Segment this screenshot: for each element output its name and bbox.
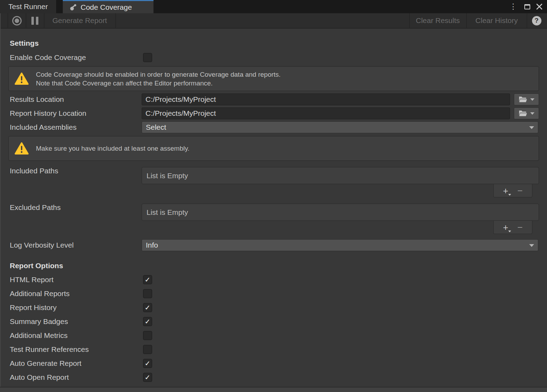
report-option-checkbox[interactable] [143, 331, 152, 340]
report-option-checkbox[interactable]: ✓ [143, 303, 152, 312]
code-coverage-icon [69, 3, 77, 12]
clear-results-button[interactable]: Clear Results [409, 13, 466, 28]
code-coverage-window: Test Runner Code Coverage ⋮ [0, 0, 547, 392]
excluded-paths-list-footer: + − [493, 221, 532, 234]
toolbar: Generate Report Clear Results Clear Hist… [0, 13, 547, 29]
report-option-checkbox[interactable] [143, 289, 152, 298]
tab-bar: Test Runner Code Coverage ⋮ [0, 0, 547, 13]
folder-open-icon [518, 110, 527, 117]
window-menu-button[interactable]: ⋮ [508, 0, 518, 13]
remove-item-button[interactable]: − [517, 223, 523, 232]
warning-text-line2: Note that Code Coverage can affect the E… [36, 79, 280, 88]
record-icon [12, 16, 22, 25]
report-history-browse-button[interactable] [514, 107, 539, 119]
folder-open-icon [518, 96, 527, 103]
report-option-label: Auto Open Report [10, 373, 69, 382]
assembly-warning-box: Make sure you have included at least one… [8, 136, 539, 161]
plus-icon: + [503, 186, 508, 196]
list-empty-text: List is Empty [147, 208, 188, 217]
tab-label: Code Coverage [81, 3, 132, 12]
report-options-header: Report Options [10, 261, 63, 271]
record-button[interactable] [8, 13, 26, 28]
kebab-menu-icon: ⋮ [509, 2, 517, 11]
remove-item-button[interactable]: − [517, 186, 523, 195]
report-option-checkbox[interactable]: ✓ [143, 359, 152, 368]
included-paths-list[interactable]: List is Empty [142, 167, 539, 184]
warning-text-line1: Code Coverage should be enabled in order… [36, 70, 280, 79]
report-option-label: Test Runner References [10, 345, 89, 354]
included-paths-label: Included Paths [10, 166, 58, 175]
maximize-icon [524, 4, 530, 9]
report-option-checkbox[interactable]: ✓ [143, 275, 152, 284]
chevron-down-icon [529, 244, 534, 247]
results-location-browse-button[interactable] [514, 93, 539, 105]
results-location-input[interactable] [142, 93, 510, 105]
report-history-location-input[interactable] [142, 107, 510, 119]
window-bottom-edge [0, 387, 547, 392]
report-option-label: Summary Badges [10, 317, 68, 326]
warning-icon [14, 142, 29, 155]
window-left-edge [0, 13, 1, 392]
excluded-paths-label: Excluded Paths [10, 203, 61, 212]
close-icon [536, 3, 543, 10]
clear-history-button[interactable]: Clear History [466, 13, 527, 28]
add-dropdown-caret [508, 231, 511, 232]
pause-button[interactable] [26, 13, 44, 28]
report-option-checkbox[interactable]: ✓ [143, 373, 152, 382]
report-option-label: HTML Report [10, 275, 53, 284]
warning-icon [14, 72, 29, 85]
included-assemblies-dropdown[interactable]: Select [142, 121, 538, 133]
report-option-label: Additional Reports [10, 289, 70, 298]
add-item-button[interactable]: + [503, 186, 508, 195]
report-option-label: Additional Metrics [10, 331, 68, 340]
tab-test-runner[interactable]: Test Runner [0, 0, 56, 13]
window-maximize-button[interactable] [522, 0, 532, 13]
enable-warning-box: Code Coverage should be enabled in order… [8, 66, 539, 91]
included-assemblies-label: Included Assemblies [10, 123, 76, 132]
help-button[interactable]: ? [527, 13, 546, 28]
add-item-button[interactable]: + [503, 223, 508, 232]
log-verbosity-dropdown[interactable]: Info [142, 239, 538, 251]
enable-code-coverage-checkbox[interactable] [143, 53, 152, 62]
warning-text: Make sure you have included at least one… [36, 144, 189, 153]
chevron-down-icon [529, 126, 534, 129]
enable-code-coverage-label: Enable Code Coverage [10, 53, 86, 62]
report-option-label: Auto Generate Report [10, 359, 81, 368]
dropdown-value: Select [146, 123, 166, 131]
results-location-label: Results Location [10, 95, 64, 104]
included-paths-list-footer: + − [493, 184, 532, 197]
window-close-button[interactable] [534, 0, 545, 13]
tab-label: Test Runner [8, 2, 48, 11]
excluded-paths-list[interactable]: List is Empty [142, 204, 539, 221]
settings-header: Settings [10, 38, 39, 48]
pause-icon [31, 17, 38, 25]
plus-icon: + [503, 222, 508, 233]
tab-code-coverage[interactable]: Code Coverage [63, 0, 153, 13]
report-option-label: Report History [10, 303, 57, 312]
folder-dropdown-caret [530, 112, 534, 115]
generate-report-button[interactable]: Generate Report [44, 13, 115, 28]
report-history-location-label: Report History Location [10, 109, 86, 118]
list-empty-text: List is Empty [147, 172, 188, 180]
dropdown-value: Info [146, 241, 158, 249]
folder-dropdown-caret [530, 98, 534, 101]
add-dropdown-caret [508, 194, 511, 196]
report-option-checkbox[interactable] [143, 345, 152, 354]
help-icon: ? [532, 16, 541, 25]
log-verbosity-label: Log Verbosity Level [10, 241, 74, 250]
report-option-checkbox[interactable]: ✓ [143, 317, 152, 326]
